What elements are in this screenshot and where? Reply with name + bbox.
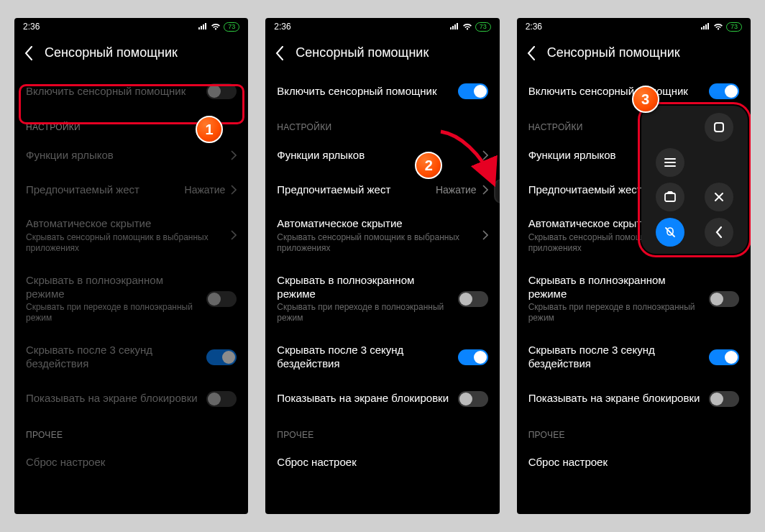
row-lockscreen[interactable]: Показывать на экране блокировки [517, 381, 751, 417]
assist-menu-button[interactable] [656, 148, 684, 177]
chevron-right-icon [482, 150, 488, 160]
row-autohide[interactable]: Автоматическое скрытие Скрывать сенсорны… [14, 207, 248, 264]
status-icons: 73 [700, 22, 742, 32]
toggle-lockscreen[interactable] [458, 391, 488, 407]
row-autohide[interactable]: Автоматическое скрытие Скрывать сенсорны… [265, 207, 499, 264]
toggle-idle[interactable] [709, 349, 739, 365]
assist-screenshot-button[interactable] [656, 183, 684, 211]
wifi-icon [211, 23, 221, 30]
row-lockscreen[interactable]: Показывать на экране блокировки [265, 381, 499, 417]
wifi-icon [713, 23, 723, 30]
row-label: Включить сенсорный помощник [277, 85, 450, 98]
row-sub: Скрывать при переходе в полноэкранный ре… [26, 302, 199, 324]
row-label: Скрывать в полноэкранном режиме [26, 274, 199, 301]
assist-back-button[interactable] [705, 218, 733, 247]
chevron-right-icon [482, 230, 488, 240]
row-value: Нажатие [185, 184, 226, 196]
toggle-lockscreen[interactable] [206, 391, 237, 407]
back-button[interactable] [24, 46, 33, 60]
assistive-touch-panel[interactable] [641, 106, 748, 254]
row-label: Скрывать после 3 секунд бездействия [277, 344, 450, 371]
row-label: Автоматическое скрытие [26, 217, 224, 231]
row-label: Сброс настроек [26, 456, 237, 469]
wifi-icon [462, 23, 472, 30]
row-idle[interactable]: Скрывать после 3 секунд бездействия [265, 334, 499, 381]
row-shortcuts[interactable]: Функции ярлыков [265, 138, 499, 173]
row-reset[interactable]: Сброс настроек [517, 446, 751, 480]
back-button[interactable] [527, 46, 536, 60]
status-icons: 73 [449, 22, 491, 32]
assist-home-button[interactable] [705, 113, 733, 142]
svg-rect-0 [715, 123, 723, 132]
section-other: ПРОЧЕЕ [14, 417, 248, 446]
toggle-enable[interactable] [458, 83, 488, 99]
section-other: ПРОЧЕЕ [517, 417, 751, 446]
row-idle[interactable]: Скрывать после 3 секунд бездействия [14, 334, 248, 381]
screen-header: Сенсорный помощник [517, 35, 751, 73]
toggle-fullscreen[interactable] [709, 291, 739, 307]
back-button[interactable] [275, 46, 284, 60]
row-label: Включить сенсорный помощник [26, 85, 199, 98]
status-time: 2:36 [526, 22, 542, 32]
phone-screenshot-2: 2:36 73 Сенсорный помощник Включить сенс… [265, 18, 499, 514]
row-label: Сброс настроек [277, 456, 487, 469]
row-label: Скрывать после 3 секунд бездействия [26, 344, 199, 371]
row-fullscreen[interactable]: Скрывать в полноэкранном режиме Скрывать… [265, 264, 499, 334]
toggle-enable[interactable] [709, 83, 739, 99]
row-lockscreen[interactable]: Показывать на экране блокировки [14, 381, 248, 417]
svg-rect-1 [665, 193, 675, 201]
row-gesture[interactable]: Предпочитаемый жест Нажатие [265, 173, 499, 207]
chevron-right-icon [231, 230, 237, 240]
page-title: Сенсорный помощник [296, 45, 429, 60]
row-reset[interactable]: Сброс настроек [265, 446, 499, 480]
row-label: Скрывать в полноэкранном режиме [528, 274, 702, 301]
status-icons: 73 [198, 22, 239, 32]
phone-screenshot-1: 2:36 73 Сенсорный помощник Включить сенс… [14, 18, 248, 514]
section-settings: НАСТРОЙКИ [265, 109, 499, 138]
chevron-right-icon [231, 185, 237, 195]
row-sub: Скрывать сенсорный помощник в выбранных … [277, 232, 475, 254]
page-title: Сенсорный помощник [547, 45, 680, 60]
phone-screenshot-3: 2:36 73 Сенсорный помощник Включить сенс… [517, 18, 751, 514]
cellular-signal-icon [449, 23, 459, 30]
section-other: ПРОЧЕЕ [265, 417, 499, 446]
assist-close-button[interactable] [705, 183, 733, 211]
assistive-touch-handle[interactable] [494, 179, 500, 203]
row-reset[interactable]: Сброс настроек [14, 446, 248, 480]
row-enable-assistant[interactable]: Включить сенсорный помощник [14, 73, 248, 109]
assist-mute-button[interactable] [656, 218, 684, 247]
screen-header: Сенсорный помощник [265, 35, 499, 73]
battery-indicator: 73 [475, 22, 491, 32]
chevron-right-icon [231, 150, 237, 160]
row-label: Функции ярлыков [26, 149, 224, 162]
toggle-fullscreen[interactable] [206, 291, 237, 307]
row-sub: Скрывать при переходе в полноэкранный ре… [528, 302, 702, 324]
row-label: Функции ярлыков [277, 149, 475, 162]
row-idle[interactable]: Скрывать после 3 секунд бездействия [517, 334, 751, 381]
row-label: Скрывать в полноэкранном режиме [277, 274, 450, 301]
toggle-lockscreen[interactable] [709, 391, 739, 407]
page-title: Сенсорный помощник [45, 45, 178, 60]
row-label: Предпочитаемый жест [277, 183, 429, 197]
toggle-idle[interactable] [458, 349, 488, 365]
annotation-badge-1: 1 [196, 116, 223, 143]
row-sub: Скрывать при переходе в полноэкранный ре… [277, 302, 450, 324]
row-label: Показывать на экране блокировки [26, 392, 199, 405]
toggle-enable[interactable] [206, 83, 237, 99]
toggle-idle[interactable] [206, 349, 237, 365]
status-time: 2:36 [23, 22, 40, 32]
row-enable-assistant[interactable]: Включить сенсорный помощник [265, 73, 499, 109]
annotation-badge-3: 3 [632, 86, 659, 113]
row-label: Скрывать после 3 секунд бездействия [528, 344, 702, 371]
row-shortcuts[interactable]: Функции ярлыков [14, 138, 248, 173]
row-label: Предпочитаемый жест [26, 183, 178, 197]
row-fullscreen[interactable]: Скрывать в полноэкранном режиме Скрывать… [517, 264, 751, 334]
chevron-right-icon [482, 185, 488, 195]
status-bar: 2:36 73 [14, 18, 248, 35]
toggle-fullscreen[interactable] [458, 291, 488, 307]
row-label: Сброс настроек [528, 456, 739, 469]
row-label: Включить сенсорный помощник [528, 85, 702, 98]
row-gesture[interactable]: Предпочитаемый жест Нажатие [14, 173, 248, 207]
battery-indicator: 73 [224, 22, 239, 32]
row-fullscreen[interactable]: Скрывать в полноэкранном режиме Скрывать… [14, 264, 248, 334]
